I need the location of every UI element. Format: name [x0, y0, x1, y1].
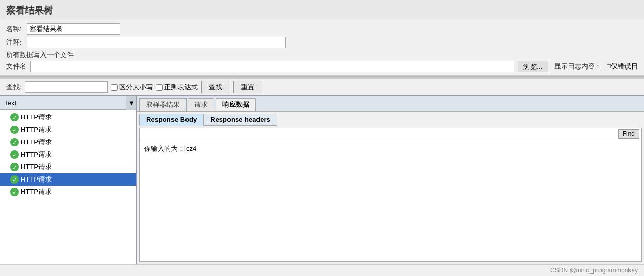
item-label: HTTP请求 — [21, 125, 52, 134]
item-label: HTTP请求 — [21, 162, 52, 172]
list-item[interactable]: ✓ HTTP请求 — [0, 186, 136, 198]
list-item[interactable]: ✓ HTTP请求 — [0, 161, 136, 173]
left-panel-header: Text ▼ — [0, 96, 136, 110]
right-panel: 取样器结果 请求 响应数据 Response Body Response hea… — [137, 96, 644, 264]
status-icon: ✓ — [10, 175, 19, 184]
file-label: 文件名 — [6, 62, 27, 71]
case-sensitive-label: 区分大小写 — [119, 82, 153, 92]
comment-input[interactable] — [27, 37, 286, 48]
file-section-label: 所有数据写入一个文件 — [6, 50, 638, 60]
item-label: HTTP请求 — [21, 113, 52, 122]
comment-label: 注释: — [6, 38, 27, 47]
regex-check[interactable] — [156, 84, 163, 91]
item-label: HTTP请求 — [21, 175, 52, 184]
name-input[interactable] — [27, 23, 120, 35]
status-icon: ✓ — [10, 150, 19, 159]
tree-list: ✓ HTTP请求 ✓ HTTP请求 ✓ HTTP请求 ✓ HTTP请求 ✓ — [0, 110, 136, 264]
tab-response-data[interactable]: 响应数据 — [216, 98, 256, 111]
tab-request[interactable]: 请求 — [188, 98, 214, 111]
tab-response-headers[interactable]: Response headers — [204, 114, 277, 126]
regex-label: 正则表达式 — [164, 82, 198, 92]
footer-text: CSDN @mind_programmonkey — [550, 267, 638, 274]
comment-row: 注释: — [6, 37, 638, 48]
search-input[interactable] — [25, 81, 108, 93]
form-area: 名称: 注释: 所有数据写入一个文件 文件名 浏览... 显示日志内容： □仅错… — [0, 20, 644, 76]
response-area: Find 你输入的为：lcz4 — [139, 128, 642, 262]
footer-bar: CSDN @mind_programmonkey — [0, 264, 644, 276]
inner-panel: Response Body Response headers Find 你输入的… — [137, 112, 644, 264]
chevron-down-icon: ▼ — [128, 99, 135, 107]
column-label: Text — [0, 97, 126, 109]
left-panel: Text ▼ ✓ HTTP请求 ✓ HTTP请求 ✓ HTTP请求 — [0, 96, 137, 264]
tab-sampler-result[interactable]: 取样器结果 — [139, 98, 187, 111]
errors-only-label: □仅错误日 — [607, 62, 638, 71]
item-label: HTTP请求 — [21, 137, 52, 147]
status-icon: ✓ — [10, 188, 19, 196]
tab-response-body[interactable]: Response Body — [139, 114, 204, 126]
list-item[interactable]: ✓ HTTP请求 — [0, 136, 136, 148]
find-row: Find — [140, 128, 641, 140]
main-container: 察看结果树 名称: 注释: 所有数据写入一个文件 文件名 浏览... 显示日志内… — [0, 0, 644, 276]
browse-button[interactable]: 浏览... — [518, 61, 548, 72]
search-bar: 查找: 区分大小写 正则表达式 查找 重置 — [0, 79, 644, 96]
response-body-text: 你输入的为：lcz4 — [140, 140, 641, 261]
item-label: HTTP请求 — [21, 187, 52, 197]
file-input[interactable] — [30, 61, 514, 72]
status-icon: ✓ — [10, 126, 19, 134]
list-item-selected[interactable]: ✓ HTTP请求 — [0, 173, 136, 186]
dropdown-arrow[interactable]: ▼ — [126, 96, 136, 110]
list-item[interactable]: ✓ HTTP请求 — [0, 123, 136, 136]
name-row: 名称: — [6, 23, 638, 35]
search-label: 查找: — [6, 82, 22, 92]
case-sensitive-checkbox[interactable]: 区分大小写 — [111, 82, 153, 92]
outer-tab-bar: 取样器结果 请求 响应数据 — [137, 96, 644, 112]
status-icon: ✓ — [10, 138, 19, 146]
find-button[interactable]: 查找 — [201, 81, 230, 93]
file-row: 文件名 浏览... 显示日志内容： □仅错误日 — [6, 61, 638, 72]
inner-tab-bar: Response Body Response headers — [139, 114, 642, 126]
list-item[interactable]: ✓ HTTP请求 — [0, 111, 136, 123]
display-log-label: 显示日志内容： — [554, 62, 602, 71]
status-icon: ✓ — [10, 113, 19, 121]
page-title: 察看结果树 — [6, 5, 53, 16]
case-sensitive-check[interactable] — [111, 84, 118, 91]
regex-checkbox[interactable]: 正则表达式 — [156, 82, 198, 92]
reset-button[interactable]: 重置 — [233, 81, 262, 93]
list-item[interactable]: ✓ HTTP请求 — [0, 148, 136, 161]
content-area: Text ▼ ✓ HTTP请求 ✓ HTTP请求 ✓ HTTP请求 — [0, 96, 644, 264]
status-icon: ✓ — [10, 163, 19, 171]
title-bar: 察看结果树 — [0, 0, 644, 20]
find-in-response-button[interactable]: Find — [618, 129, 639, 139]
name-label: 名称: — [6, 24, 27, 34]
item-label: HTTP请求 — [21, 150, 52, 159]
